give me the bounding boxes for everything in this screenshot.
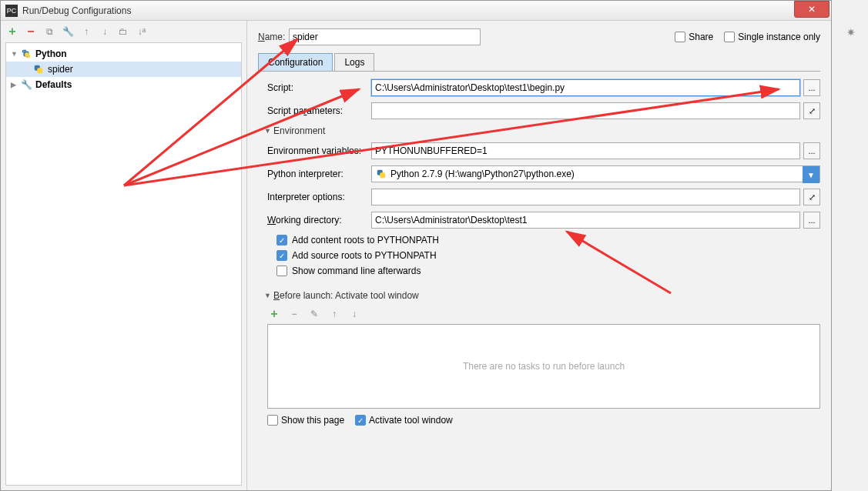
share-checkbox[interactable]: Share (675, 32, 713, 42)
script-params-input[interactable] (371, 102, 800, 119)
single-instance-checkbox[interactable]: Single instance only (724, 32, 820, 42)
tree-node-spider[interactable]: spider (6, 62, 241, 77)
tasks-toolbar: + − ✎ ↑ ↓ (267, 307, 820, 321)
close-button[interactable]: ✕ (794, 1, 829, 18)
workdir-label: Working directory: (267, 215, 371, 225)
python-icon (20, 48, 32, 60)
add-config-button[interactable]: + (5, 25, 19, 38)
interpreter-value: Python 2.7.9 (H:\wang\Python27\python.ex… (390, 169, 575, 179)
sidebar: + − ⧉ 🔧 ↑ ↓ 🗀 ↓ª ▼ Python spider (1, 21, 247, 490)
tree-label: spider (48, 64, 73, 75)
workdir-input[interactable] (371, 212, 800, 229)
activate-tool-checkbox[interactable]: ✓ Activate tool window (355, 415, 453, 426)
edit-task-button[interactable]: ✎ (307, 307, 321, 321)
move-down-button[interactable]: ↓ (98, 25, 112, 38)
share-label: Share (689, 32, 713, 42)
add-task-button[interactable]: + (267, 307, 281, 321)
show-page-label: Show this page (281, 415, 344, 426)
dropdown-icon: ▼ (803, 166, 819, 183)
environment-section-header[interactable]: ▼ Environment (264, 125, 820, 136)
show-cmdline-label: Show command line afterwards (292, 266, 421, 276)
sort-button[interactable]: ↓ª (135, 25, 149, 38)
single-instance-label: Single instance only (738, 32, 820, 42)
envvars-label: Environment variables: (267, 145, 371, 156)
svg-rect-3 (37, 68, 42, 73)
expand-params-button[interactable]: ⤢ (803, 102, 820, 119)
form-area: Script: ... Script parameters: ⤢ ▼ Envir… (258, 79, 820, 409)
content-roots-label: Add content roots to PYTHONPATH (292, 235, 439, 246)
expand-interp-options-button[interactable]: ⤢ (803, 189, 820, 205)
checkbox-icon (724, 32, 735, 42)
dialog-window: PC Run/Debug Configurations ✕ + − ⧉ 🔧 ↑ … (0, 0, 832, 491)
script-label: Script: (267, 82, 371, 93)
before-launch-label: Before launch: Activate tool window (273, 290, 419, 301)
envvars-row: Environment variables: ... (267, 142, 820, 159)
close-icon: ✕ (808, 4, 816, 15)
collapse-icon: ▼ (264, 292, 273, 299)
browse-envvars-button[interactable]: ... (803, 142, 820, 159)
content-roots-checkbox[interactable]: ✓ Add content roots to PYTHONPATH (276, 235, 820, 246)
environment-label: Environment (273, 125, 325, 136)
tree-node-defaults[interactable]: ▶ 🔧 Defaults (6, 77, 241, 92)
name-input[interactable] (289, 28, 481, 45)
name-row: Name: Share Single instance only (258, 28, 820, 45)
app-icon: PC (5, 5, 18, 17)
titlebar: PC Run/Debug Configurations ✕ (1, 1, 831, 21)
checkbox-icon: ✓ (355, 415, 366, 426)
config-tabs: Configuration Logs (258, 53, 820, 72)
tab-configuration[interactable]: Configuration (258, 53, 333, 71)
browse-script-button[interactable]: ... (803, 79, 820, 96)
copy-config-button[interactable]: ⧉ (42, 25, 56, 38)
interp-options-label: Interpreter options: (267, 192, 371, 202)
tasks-list: There are no tasks to run before launch (267, 324, 820, 409)
task-down-button[interactable]: ↓ (347, 307, 361, 321)
script-params-row: Script parameters: ⤢ (267, 102, 820, 119)
checkbox-icon: ✓ (276, 235, 287, 246)
dialog-body: + − ⧉ 🔧 ↑ ↓ 🗀 ↓ª ▼ Python spider (1, 21, 831, 490)
checkbox-icon (276, 266, 287, 276)
footer: Show this page ✓ Activate tool window (258, 409, 820, 432)
config-tree: ▼ Python spider ▶ 🔧 Defaults (5, 42, 242, 486)
show-cmdline-checkbox[interactable]: Show command line afterwards (276, 266, 820, 276)
activate-tool-label: Activate tool window (369, 415, 453, 426)
tasks-empty-message: There are no tasks to run before launch (463, 361, 625, 372)
script-params-label: Script parameters: (267, 105, 371, 116)
show-page-checkbox[interactable]: Show this page (267, 415, 344, 426)
browse-workdir-button[interactable]: ... (803, 212, 820, 229)
remove-config-button[interactable]: − (24, 25, 38, 38)
sidebar-toolbar: + − ⧉ 🔧 ↑ ↓ 🗀 ↓ª (1, 21, 246, 42)
checkbox-icon (675, 32, 685, 42)
window-title: Run/Debug Configurations (22, 5, 794, 16)
tree-node-python[interactable]: ▼ Python (6, 46, 241, 62)
python-icon (32, 63, 45, 75)
tab-logs[interactable]: Logs (334, 53, 374, 71)
source-roots-label: Add source roots to PYTHONPATH (292, 250, 437, 261)
task-up-button[interactable]: ↑ (327, 307, 341, 321)
envvars-input[interactable] (371, 142, 800, 159)
python-icon (375, 168, 387, 180)
checkbox-icon (267, 415, 278, 426)
ide-settings-icon[interactable]: ✷ (846, 26, 856, 38)
script-row: Script: ... (267, 79, 820, 96)
source-roots-checkbox[interactable]: ✓ Add source roots to PYTHONPATH (276, 250, 820, 261)
svg-rect-1 (25, 52, 28, 56)
remove-task-button[interactable]: − (287, 307, 301, 321)
expand-icon: ▼ (11, 50, 20, 58)
checkbox-icon: ✓ (276, 250, 287, 261)
script-input[interactable] (371, 79, 800, 96)
folder-button[interactable]: 🗀 (116, 25, 130, 38)
tree-label: Defaults (35, 79, 72, 90)
wrench-icon: 🔧 (20, 78, 32, 91)
before-launch-header[interactable]: ▼ Before launch: Activate tool window (264, 290, 820, 301)
interp-options-input[interactable] (371, 189, 800, 205)
move-up-button[interactable]: ↑ (79, 25, 93, 38)
collapse-icon: ▼ (264, 127, 273, 135)
workdir-row: Working directory: ... (267, 212, 820, 229)
interpreter-row: Python interpreter: Python 2.7.9 (H:\wan… (267, 165, 820, 182)
svg-rect-5 (380, 172, 385, 178)
interp-options-row: Interpreter options: ⤢ (267, 189, 820, 205)
interpreter-select[interactable]: Python 2.7.9 (H:\wang\Python27\python.ex… (371, 165, 820, 182)
expand-icon: ▶ (11, 81, 20, 89)
main-panel: Name: Share Single instance only Configu… (247, 21, 831, 490)
settings-button[interactable]: 🔧 (61, 25, 75, 38)
